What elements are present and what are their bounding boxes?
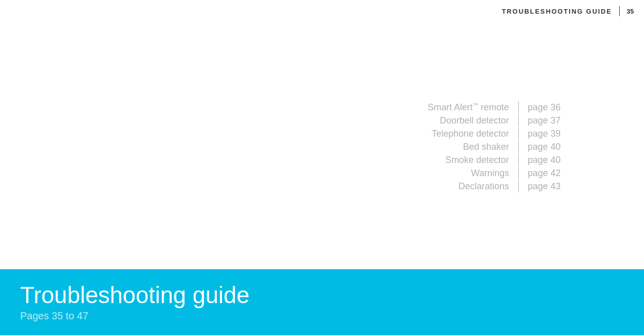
content-area: Smart Alert™ remote page 36 Doorbell det… bbox=[0, 25, 644, 269]
toc-table: Smart Alert™ remote page 36 Doorbell det… bbox=[387, 101, 568, 193]
toc-row: Doorbell detector page 37 bbox=[387, 114, 568, 127]
toc-page-smoke: page 40 bbox=[528, 155, 568, 165]
footer-title: Troubleshooting guide bbox=[20, 282, 624, 308]
toc-row: Smoke detector page 40 bbox=[387, 154, 568, 166]
toc-label-bed-shaker: Bed shaker bbox=[387, 142, 518, 152]
toc-page-telephone: page 39 bbox=[528, 129, 568, 139]
toc-page-bed-shaker: page 40 bbox=[528, 142, 568, 152]
toc-page-doorbell: page 37 bbox=[528, 115, 568, 126]
toc-label-warnings: Warnings bbox=[387, 168, 518, 179]
toc-page-warnings: page 42 bbox=[528, 168, 568, 179]
header-page-number: 35 bbox=[627, 8, 634, 15]
toc-label-doorbell: Doorbell detector bbox=[387, 115, 518, 126]
footer-subtitle: Pages 35 to 47 bbox=[20, 310, 624, 322]
toc-row: Warnings page 42 bbox=[387, 167, 568, 179]
toc-row: Smart Alert™ remote page 36 bbox=[387, 101, 568, 113]
toc-separator bbox=[518, 114, 519, 127]
page-container: TROUBLESHOOTING GUIDE 35 Smart Alert™ re… bbox=[0, 0, 644, 335]
toc-page-declarations: page 43 bbox=[528, 181, 568, 192]
page-header: TROUBLESHOOTING GUIDE 35 bbox=[0, 0, 644, 22]
toc-row: Declarations page 43 bbox=[387, 180, 568, 192]
toc-separator bbox=[518, 141, 519, 153]
toc-separator bbox=[518, 154, 519, 166]
toc-label-telephone: Telephone detector bbox=[387, 129, 518, 139]
toc-label-declarations: Declarations bbox=[387, 181, 518, 192]
toc-separator bbox=[518, 180, 519, 192]
toc-row: Bed shaker page 40 bbox=[387, 141, 568, 153]
toc-label-smart-alert: Smart Alert™ remote bbox=[387, 102, 518, 113]
header-title: TROUBLESHOOTING GUIDE bbox=[502, 8, 612, 15]
toc-page-smart-alert: page 36 bbox=[528, 102, 568, 113]
toc-separator bbox=[518, 167, 519, 179]
header-divider bbox=[619, 6, 620, 16]
toc-label-smoke: Smoke detector bbox=[387, 155, 518, 165]
toc-separator bbox=[518, 128, 519, 140]
toc-separator bbox=[518, 101, 519, 113]
footer-section: Troubleshooting guide Pages 35 to 47 bbox=[0, 269, 644, 335]
toc-row: Telephone detector page 39 bbox=[387, 128, 568, 140]
